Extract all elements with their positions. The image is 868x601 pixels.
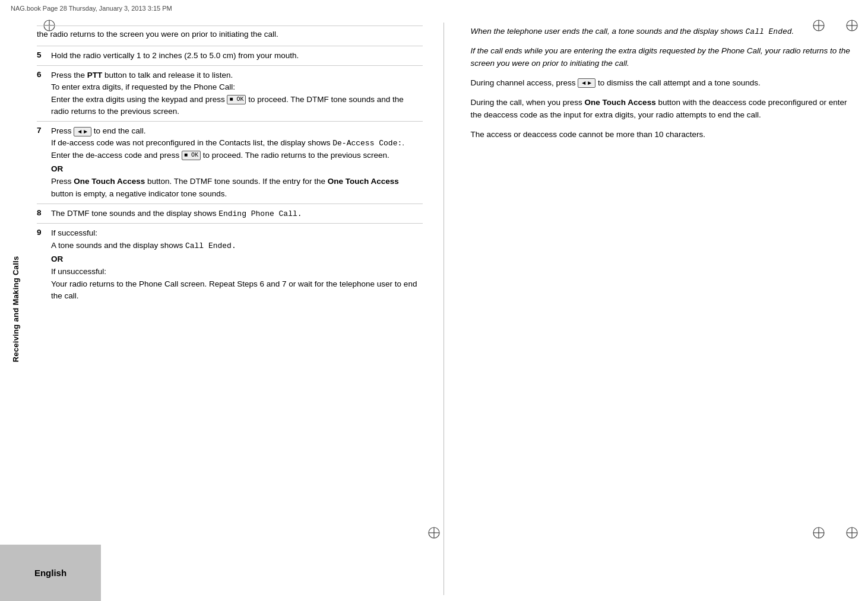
step-7-line2: If de-access code was not preconfigured …: [51, 137, 423, 161]
step-9-or: OR: [51, 253, 423, 265]
main-content: Receiving and Making Calls the radio ret…: [0, 17, 868, 601]
step-5-text: Hold the radio vertically 1 to 2 inches …: [51, 50, 423, 62]
step-6-line1: Press the PTT button to talk and release…: [51, 69, 423, 81]
step-9-line1: If successful:: [51, 227, 423, 239]
step-6-number: 6: [37, 70, 46, 79]
step-9: 9 If successful: A tone sounds and the d…: [37, 223, 423, 306]
step-5-content: Hold the radio vertically 1 to 2 inches …: [51, 50, 423, 62]
chapter-label: Receiving and Making Calls: [11, 256, 20, 362]
back-icon-right: ◄►: [578, 78, 595, 88]
column-divider: [443, 23, 444, 595]
top-bar: NAG.book Page 28 Thursday, January 3, 20…: [0, 0, 868, 17]
step-7-line1: Press ◄► to end the call.: [51, 125, 423, 137]
step-7-content: Press ◄► to end the call. If de-access c…: [51, 125, 423, 200]
right-para-5: The access or deaccess code cannot be mo…: [471, 129, 857, 141]
step-6-content: Press the PTT button to talk and release…: [51, 69, 423, 117]
step-6-line3: Enter the extra digits using the keypad …: [51, 94, 423, 118]
right-para-1: When the telephone user ends the call, a…: [471, 26, 857, 38]
right-para-3: During channel access, press ◄► to dismi…: [471, 77, 857, 90]
content-columns: the radio returns to the screen you were…: [31, 17, 868, 601]
step-8-number: 8: [37, 208, 46, 217]
intro-section: the radio returns to the screen you were…: [37, 26, 423, 41]
step-9-line2: A tone sounds and the display shows Call…: [51, 240, 423, 252]
step-9-line4: Your radio returns to the Phone Call scr…: [51, 278, 423, 303]
step-6: 6 Press the PTT button to talk and relea…: [37, 65, 423, 121]
step-7-number: 7: [37, 126, 46, 135]
step-7: 7 Press ◄► to end the call. If de-access…: [37, 121, 423, 203]
step-8-text: The DTMF tone sounds and the display sho…: [51, 208, 423, 220]
file-info: NAG.book Page 28 Thursday, January 3, 20…: [11, 5, 172, 12]
step-5-number: 5: [37, 50, 46, 59]
right-para-4: During the call, when you press One Touc…: [471, 97, 857, 122]
step-7-or: OR: [51, 163, 423, 175]
right-para-2: If the call ends while you are entering …: [471, 45, 857, 70]
step-5: 5 Hold the radio vertically 1 to 2 inche…: [37, 46, 423, 65]
english-tab: English: [0, 545, 101, 601]
right-column: When the telephone user ends the call, a…: [465, 23, 857, 595]
step-9-content: If successful: A tone sounds and the dis…: [51, 227, 423, 302]
step-9-number: 9: [37, 228, 46, 237]
step-8: 8 The DTMF tone sounds and the display s…: [37, 203, 423, 224]
step-9-line3: If unsuccessful:: [51, 266, 423, 278]
step-8-content: The DTMF tone sounds and the display sho…: [51, 208, 423, 220]
intro-text: the radio returns to the screen you were…: [37, 28, 423, 41]
step-7-line3: Press One Touch Access button. The DTMF …: [51, 176, 423, 200]
left-column: the radio returns to the screen you were…: [37, 23, 423, 595]
page-wrapper: NAG.book Page 28 Thursday, January 3, 20…: [0, 0, 868, 601]
english-label: English: [34, 568, 66, 578]
step-6-line2: To enter extra digits, if requested by t…: [51, 81, 423, 93]
left-sidebar: Receiving and Making Calls: [0, 17, 31, 601]
